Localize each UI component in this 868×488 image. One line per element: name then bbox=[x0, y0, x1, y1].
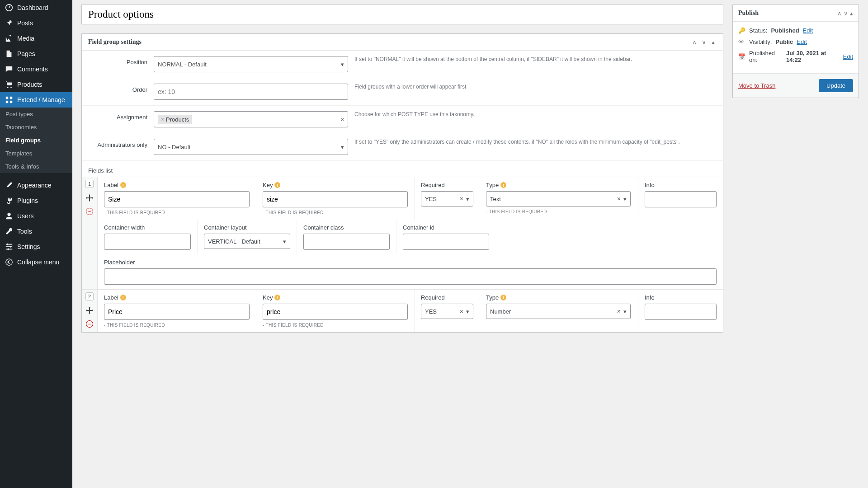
panel-controls: ∧ ∨ ▴ bbox=[690, 38, 717, 46]
required-select[interactable]: YES×▾ bbox=[421, 304, 473, 319]
collapse-icon bbox=[5, 258, 14, 266]
clear-icon[interactable]: × bbox=[460, 308, 463, 315]
sidebar-item-tools[interactable]: Tools bbox=[0, 224, 72, 239]
svg-point-5 bbox=[7, 213, 10, 216]
order-input[interactable] bbox=[154, 84, 348, 100]
container-class-input[interactable] bbox=[303, 234, 390, 250]
sidebar-sub-tools-infos[interactable]: Tools & Infos bbox=[0, 160, 72, 173]
collapse-icon[interactable]: ▴ bbox=[710, 38, 717, 47]
caret-down-icon: ▾ bbox=[466, 196, 469, 202]
position-select[interactable]: NORMAL - Default ▾ bbox=[154, 56, 348, 72]
info-icon: ! bbox=[274, 295, 280, 300]
type-select[interactable]: Text×▾ bbox=[486, 191, 631, 206]
field-block: 2 − Label! - THIS FIELD IS REQUIRED Key! bbox=[82, 289, 723, 332]
move-to-trash-link[interactable]: Move to Trash bbox=[738, 82, 775, 89]
sidebar-sub-taxonomies[interactable]: Taxonomies bbox=[0, 121, 72, 134]
caret-down-icon: ▾ bbox=[341, 61, 344, 68]
chevron-up-icon[interactable]: ∧ bbox=[690, 38, 698, 47]
caret-down-icon: ▾ bbox=[466, 308, 469, 315]
caret-down-icon: ▾ bbox=[623, 308, 627, 315]
required-select[interactable]: YES×▾ bbox=[421, 191, 473, 206]
info-icon: ! bbox=[500, 295, 506, 300]
sidebar-item-plugins[interactable]: Plugins bbox=[0, 193, 72, 208]
sidebar-item-comments[interactable]: Comments bbox=[0, 61, 72, 77]
info-icon: ! bbox=[120, 295, 126, 300]
container-width-input[interactable] bbox=[104, 234, 191, 250]
publish-panel: Publish ∧ ∨ ▴ 🔑 Status: Published Edit bbox=[732, 5, 859, 98]
field-number: 1 bbox=[85, 180, 94, 188]
admins-select[interactable]: NO - Default ▾ bbox=[154, 139, 348, 155]
field-group-settings-panel: Field group settings ∧ ∨ ▴ Position NORM… bbox=[81, 33, 723, 333]
svg-rect-1 bbox=[6, 97, 8, 99]
plug-icon bbox=[5, 197, 14, 205]
chevron-down-icon[interactable]: ∨ bbox=[700, 38, 708, 47]
sidebar-item-users[interactable]: Users bbox=[0, 208, 72, 224]
title-input[interactable] bbox=[81, 5, 723, 24]
chevron-down-icon[interactable]: ∨ bbox=[844, 10, 848, 17]
wrench-icon bbox=[5, 227, 14, 235]
svg-rect-3 bbox=[6, 101, 8, 103]
field-key-input[interactable] bbox=[263, 191, 408, 207]
pin-icon bbox=[5, 19, 14, 27]
fields-list-label: Fields list bbox=[82, 161, 723, 177]
field-block: 1 − Label! - THIS FIELD IS REQUIRED Key! bbox=[82, 177, 723, 289]
clear-icon[interactable]: × bbox=[340, 116, 344, 123]
assignment-input[interactable]: ×Products × bbox=[154, 111, 348, 127]
assignment-help: Choose for which POST TYPE use this taxo… bbox=[348, 111, 717, 127]
cart-icon bbox=[5, 80, 14, 89]
container-id-input[interactable] bbox=[403, 234, 489, 250]
svg-point-10 bbox=[10, 246, 12, 248]
admins-help: If set to "YES" only the administrators … bbox=[348, 139, 717, 155]
remove-icon[interactable]: − bbox=[86, 320, 93, 328]
edit-date-link[interactable]: Edit bbox=[843, 53, 853, 60]
sidebar-sub-field-groups[interactable]: Field groups bbox=[0, 134, 72, 147]
key-icon: 🔑 bbox=[738, 27, 745, 34]
sidebar-item-appearance[interactable]: Appearance bbox=[0, 178, 72, 193]
type-select[interactable]: Number×▾ bbox=[486, 304, 631, 319]
field-key-input[interactable] bbox=[263, 304, 408, 320]
sidebar-sub-post-types[interactable]: Post types bbox=[0, 108, 72, 121]
remove-tag-icon[interactable]: × bbox=[161, 116, 164, 122]
update-button[interactable]: Update bbox=[819, 79, 853, 92]
brush-icon bbox=[5, 181, 14, 189]
collapse-icon[interactable]: ▴ bbox=[850, 10, 853, 17]
clear-icon[interactable]: × bbox=[460, 195, 463, 202]
user-icon bbox=[5, 212, 14, 220]
svg-point-12 bbox=[6, 259, 12, 265]
sidebar-item-media[interactable]: Media bbox=[0, 31, 72, 46]
position-label: Position bbox=[88, 56, 154, 72]
edit-status-link[interactable]: Edit bbox=[803, 27, 813, 34]
edit-visibility-link[interactable]: Edit bbox=[797, 38, 807, 45]
placeholder-input[interactable] bbox=[104, 268, 717, 285]
assignment-label: Assignment bbox=[88, 111, 154, 127]
order-label: Order bbox=[88, 84, 154, 100]
sidebar-item-products[interactable]: Products bbox=[0, 77, 72, 92]
sidebar-item-collapse-menu[interactable]: Collapse menu bbox=[0, 254, 72, 270]
caret-down-icon: ▾ bbox=[283, 238, 286, 245]
container-layout-select[interactable]: VERTICAL - Default▾ bbox=[204, 234, 290, 249]
chevron-up-icon[interactable]: ∧ bbox=[837, 10, 842, 17]
sidebar-sub-templates[interactable]: Templates bbox=[0, 147, 72, 160]
clear-icon[interactable]: × bbox=[617, 195, 621, 202]
caret-down-icon: ▾ bbox=[341, 144, 344, 150]
caret-down-icon: ▾ bbox=[623, 196, 627, 202]
field-label-input[interactable] bbox=[104, 191, 250, 207]
field-number: 2 bbox=[85, 292, 94, 300]
move-icon[interactable] bbox=[86, 307, 93, 314]
sidebar-item-extend-manage[interactable]: Extend / Manage bbox=[0, 92, 72, 108]
sidebar-item-pages[interactable]: Pages bbox=[0, 46, 72, 61]
sidebar-item-posts[interactable]: Posts bbox=[0, 15, 72, 31]
sidebar-item-settings[interactable]: Settings bbox=[0, 239, 72, 254]
clear-icon[interactable]: × bbox=[617, 308, 621, 315]
remove-icon[interactable]: − bbox=[86, 208, 93, 215]
panel-title: Field group settings bbox=[88, 38, 142, 46]
settings-icon bbox=[5, 243, 14, 251]
info-icon: ! bbox=[120, 182, 126, 188]
move-icon[interactable] bbox=[86, 194, 93, 202]
field-label-input[interactable] bbox=[104, 304, 250, 320]
info-input[interactable] bbox=[645, 191, 717, 207]
svg-point-9 bbox=[7, 244, 9, 245]
admin-sidebar: DashboardPostsMediaPagesCommentsProducts… bbox=[0, 0, 72, 488]
info-input[interactable] bbox=[645, 304, 717, 320]
sidebar-item-dashboard[interactable]: Dashboard bbox=[0, 0, 72, 15]
